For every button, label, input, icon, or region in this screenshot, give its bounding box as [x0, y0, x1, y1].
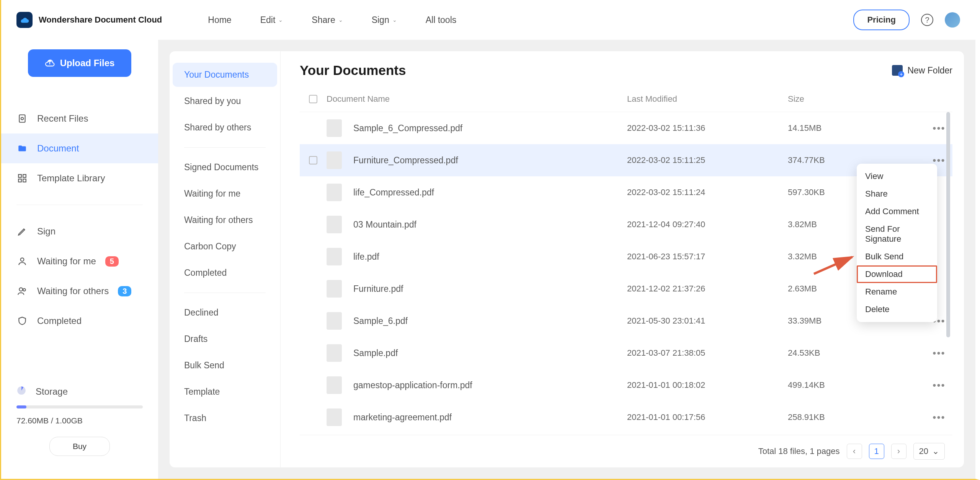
brand[interactable]: Wondershare Document Cloud: [16, 12, 162, 28]
table-row[interactable]: marketing-agreement.pdf 2021-01-01 00:17…: [300, 401, 952, 433]
file-name: life_Compressed.pdf: [353, 187, 434, 198]
svg-rect-3: [23, 174, 26, 177]
file-thumbnail: [327, 184, 342, 201]
scrollbar[interactable]: [946, 112, 950, 345]
table-row[interactable]: Furniture.pdf 2021-12-02 21:37:26 2.63MB: [300, 273, 952, 305]
buy-button[interactable]: Buy: [49, 437, 110, 456]
subnav-bulk-send[interactable]: Bulk Send: [173, 353, 277, 377]
file-modified: 2021-06-23 15:57:17: [627, 252, 788, 262]
page-number[interactable]: 1: [869, 444, 884, 459]
top-nav: Home Edit⌄ Share⌄ Sign⌄ All tools: [208, 15, 456, 25]
prev-page-button[interactable]: ‹: [847, 444, 862, 459]
nav-sign[interactable]: Sign⌄: [372, 15, 397, 25]
ctx-delete[interactable]: Delete: [857, 301, 937, 318]
svg-rect-0: [19, 115, 25, 122]
file-modified: 2021-03-07 21:38:05: [627, 348, 788, 358]
panel: Your Documents Shared by you Shared by o…: [170, 51, 964, 467]
select-all-col: [300, 95, 327, 103]
file-name: 03 Mountain.pdf: [353, 220, 416, 230]
subnav-waiting-for-others[interactable]: Waiting for others: [173, 208, 277, 232]
ctx-add-comment[interactable]: Add Comment: [857, 203, 937, 220]
content-head: Your Documents New Folder: [300, 63, 952, 78]
row-checkbox[interactable]: [309, 156, 317, 164]
file-size: 14.15MB: [788, 123, 926, 133]
new-folder-button[interactable]: New Folder: [892, 65, 952, 76]
table-row[interactable]: Sample_6.pdf 2021-05-30 23:01:41 33.39MB…: [300, 305, 952, 337]
subnav-signed-documents[interactable]: Signed Documents: [173, 155, 277, 179]
pricing-button[interactable]: Pricing: [853, 10, 910, 30]
sidebar-waiting-others[interactable]: Waiting for others 3: [1, 276, 158, 306]
nav-share[interactable]: Share⌄: [312, 15, 343, 25]
folder-icon: [16, 143, 28, 154]
file-name: Furniture.pdf: [353, 284, 403, 294]
ctx-rename[interactable]: Rename: [857, 283, 937, 301]
table-row[interactable]: gamestop-application-form.pdf 2021-01-01…: [300, 369, 952, 401]
subnav-completed[interactable]: Completed: [173, 261, 277, 285]
more-icon[interactable]: •••: [933, 347, 945, 359]
sidebar-template-library[interactable]: Template Library: [1, 163, 158, 193]
sidebar-document[interactable]: Document: [1, 133, 158, 163]
table-row[interactable]: 03 Mountain.pdf 2021-12-04 09:27:40 3.82…: [300, 208, 952, 241]
table-row[interactable]: Sample_6_Compressed.pdf 2022-03-02 15:11…: [300, 112, 952, 144]
sidebar-completed[interactable]: Completed: [1, 306, 158, 336]
side-list-sign: Sign Waiting for me 5 Waiting for others…: [1, 216, 158, 336]
file-modified: 2021-05-30 23:01:41: [627, 316, 788, 326]
help-icon[interactable]: ?: [921, 14, 933, 26]
col-name[interactable]: Document Name: [327, 94, 627, 104]
ctx-share[interactable]: Share: [857, 185, 937, 203]
badge-waiting-others: 3: [118, 286, 131, 296]
subnav-shared-by-others[interactable]: Shared by others: [173, 116, 277, 140]
subnav-drafts[interactable]: Drafts: [173, 327, 277, 351]
nav-all-tools[interactable]: All tools: [426, 15, 457, 25]
sidebar-recent-files[interactable]: Recent Files: [1, 104, 158, 133]
subnav-template[interactable]: Template: [173, 380, 277, 404]
table-row[interactable]: Furniture_Compressed.pdf 2022-03-02 15:1…: [300, 144, 952, 176]
subnav-your-documents[interactable]: Your Documents: [173, 63, 277, 87]
subnav-carbon-copy[interactable]: Carbon Copy: [173, 234, 277, 259]
svg-point-6: [21, 258, 24, 261]
storage-section: Storage 72.60MB / 1.00GB Buy: [1, 382, 158, 479]
subnav-waiting-for-me[interactable]: Waiting for me: [173, 182, 277, 206]
file-name: Sample_6.pdf: [353, 316, 408, 326]
scroll-thumb[interactable]: [946, 112, 950, 337]
file-size: 258.91KB: [788, 412, 926, 422]
ctx-bulk-send[interactable]: Bulk Send: [857, 248, 937, 265]
storage-usage-text: 72.60MB / 1.00GB: [16, 416, 143, 425]
file-thumbnail: [327, 344, 342, 362]
more-icon[interactable]: •••: [933, 122, 945, 134]
table-row[interactable]: Sample.pdf 2021-03-07 21:38:05 24.53KB •…: [300, 337, 952, 369]
next-page-button[interactable]: ›: [891, 444, 906, 459]
new-folder-icon: [892, 65, 903, 76]
ctx-view[interactable]: View: [857, 168, 937, 185]
sidebar-waiting-me[interactable]: Waiting for me 5: [1, 246, 158, 276]
subnav-shared-by-you[interactable]: Shared by you: [173, 89, 277, 113]
subnav-trash[interactable]: Trash: [173, 406, 277, 430]
pen-icon: [16, 226, 28, 237]
ctx-send-signature[interactable]: Send For Signature: [857, 220, 937, 248]
file-modified: 2022-03-02 15:11:36: [627, 123, 788, 133]
col-modified[interactable]: Last Modified: [627, 94, 788, 104]
ctx-download[interactable]: Download: [857, 265, 937, 283]
file-thumbnail: [327, 216, 342, 233]
avatar[interactable]: [945, 12, 960, 28]
svg-rect-5: [23, 179, 26, 182]
upload-button[interactable]: Upload Files: [28, 49, 132, 77]
header-right: Pricing ?: [853, 10, 960, 30]
user-icon: [16, 255, 28, 267]
col-size[interactable]: Size: [788, 94, 926, 104]
nav-edit[interactable]: Edit⌄: [260, 15, 283, 25]
subnav-declined[interactable]: Declined: [173, 301, 277, 325]
table-row[interactable]: pdf wondershare example.pdf 2020-12-15 2…: [300, 433, 952, 435]
file-name: Furniture_Compressed.pdf: [353, 155, 458, 166]
more-icon[interactable]: •••: [933, 379, 945, 391]
nav-home[interactable]: Home: [208, 15, 231, 25]
more-icon[interactable]: •••: [933, 412, 945, 423]
app-root: Wondershare Document Cloud Home Edit⌄ Sh…: [0, 0, 980, 480]
sidebar-sign[interactable]: Sign: [1, 216, 158, 246]
table-row[interactable]: life_Compressed.pdf 2022-03-02 15:11:24 …: [300, 176, 952, 208]
page-size-select[interactable]: 20⌄: [913, 443, 945, 460]
select-all-checkbox[interactable]: [309, 95, 317, 103]
chevron-down-icon: ⌄: [278, 17, 283, 23]
storage-fill: [16, 405, 26, 408]
file-name: marketing-agreement.pdf: [353, 412, 452, 423]
